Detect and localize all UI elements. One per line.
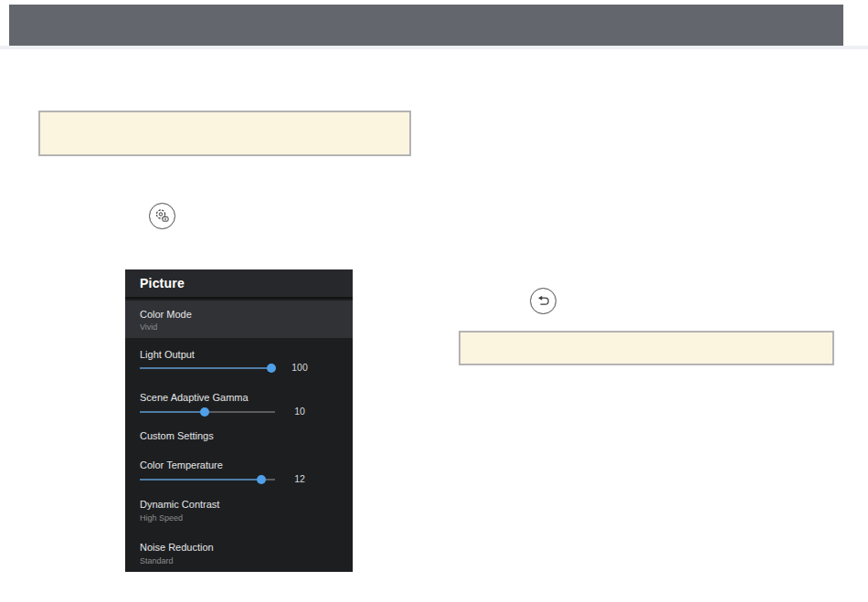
- slider-fill: [140, 411, 205, 413]
- slider-knob[interactable]: [257, 475, 266, 484]
- scene-adaptive-gamma-slider[interactable]: [140, 407, 275, 417]
- slider-knob[interactable]: [267, 364, 276, 373]
- slider-knob[interactable]: [200, 407, 209, 417]
- menu-item-value: Standard: [140, 556, 174, 565]
- menu-item-value: Vivid: [140, 322, 157, 332]
- gear-icon: [153, 206, 172, 226]
- menu-title: Picture: [140, 276, 185, 290]
- menu-header: Picture: [125, 269, 353, 299]
- menu-item-label: Custom Settings: [140, 430, 214, 441]
- manual-page: Picture Color Mode Vivid Light Output 10…: [0, 0, 868, 602]
- menu-item-label: Color Mode: [140, 309, 192, 320]
- note-callout-box-right: [459, 331, 834, 365]
- menu-item-label: Noise Reduction: [140, 542, 214, 553]
- color-temperature-slider[interactable]: [140, 475, 275, 484]
- slider-fill: [140, 367, 271, 369]
- return-button-icon: [530, 288, 556, 314]
- menu-item-label: Scene Adaptive Gamma: [140, 392, 249, 403]
- slider-fill: [140, 479, 261, 481]
- menu-item-label: Dynamic Contrast: [140, 499, 219, 510]
- menu-item-label: Light Output: [140, 349, 195, 360]
- page-header-divider: [0, 46, 868, 49]
- menu-item-color-mode[interactable]: Color Mode Vivid: [125, 301, 353, 338]
- slider-value: 100: [281, 362, 318, 373]
- slider-value: 10: [281, 406, 318, 417]
- page-header-bar: [9, 5, 843, 46]
- picture-settings-menu: Picture Color Mode Vivid Light Output 10…: [125, 269, 353, 572]
- menu-item-label: Color Temperature: [140, 459, 223, 470]
- return-arrow-icon: [534, 291, 553, 311]
- note-callout-box-top: [38, 111, 411, 156]
- light-output-slider[interactable]: [140, 364, 275, 373]
- color-mode-button-icon: [149, 203, 175, 229]
- menu-item-value: High Speed: [140, 513, 183, 523]
- slider-value: 12: [281, 473, 318, 484]
